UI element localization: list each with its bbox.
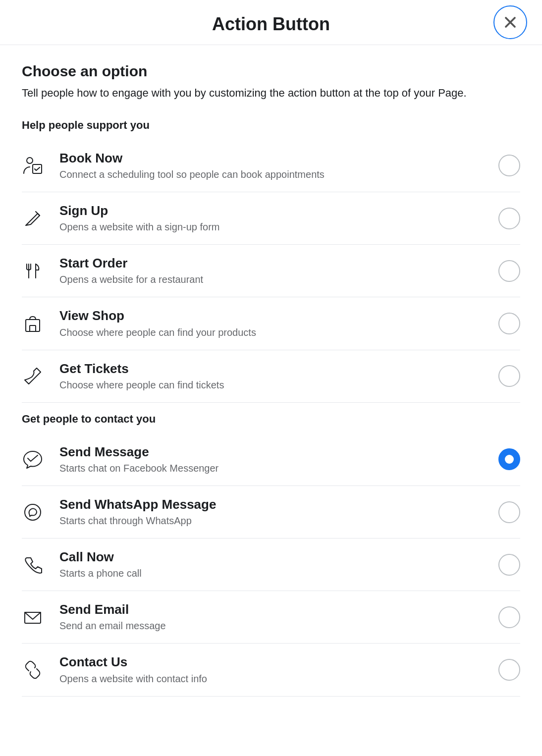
- close-button[interactable]: [493, 5, 527, 39]
- book-now-name: Book Now: [59, 151, 498, 166]
- start-order-radio[interactable]: [498, 260, 520, 282]
- start-order-text: Start Order Opens a website for a restau…: [55, 256, 498, 286]
- modal-header: Action Button: [0, 0, 542, 45]
- choose-section: Choose an option Tell people how to enga…: [22, 63, 520, 101]
- option-contact-us[interactable]: Contact Us Opens a website with contact …: [22, 644, 520, 696]
- contact-options-list: Send Message Starts chat on Facebook Mes…: [22, 433, 520, 697]
- svg-rect-10: [30, 325, 36, 331]
- whatsapp-desc: Starts chat through WhatsApp: [59, 514, 498, 527]
- send-message-icon: [22, 448, 55, 470]
- view-shop-desc: Choose where people can find your produc…: [59, 326, 498, 339]
- option-start-order[interactable]: Start Order Opens a website for a restau…: [22, 245, 520, 297]
- call-now-desc: Starts a phone call: [59, 567, 498, 580]
- call-now-text: Call Now Starts a phone call: [55, 549, 498, 580]
- send-email-desc: Send an email message: [59, 619, 498, 632]
- book-now-icon: [22, 155, 55, 176]
- option-send-email[interactable]: Send Email Send an email message: [22, 591, 520, 644]
- send-message-radio[interactable]: [498, 448, 520, 470]
- get-tickets-icon: [22, 365, 55, 387]
- sign-up-radio[interactable]: [498, 208, 520, 229]
- modal-container: Action Button Choose an option Tell peop…: [0, 0, 542, 756]
- svg-point-2: [27, 158, 33, 163]
- send-email-name: Send Email: [59, 602, 498, 617]
- option-sign-up[interactable]: Sign Up Opens a website with a sign-up f…: [22, 192, 520, 245]
- whatsapp-icon: [22, 501, 55, 523]
- book-now-text: Book Now Connect a scheduling tool so pe…: [55, 151, 498, 181]
- sign-up-desc: Opens a website with a sign-up form: [59, 220, 498, 233]
- option-whatsapp[interactable]: Send WhatsApp Message Starts chat throug…: [22, 486, 520, 539]
- contact-us-name: Contact Us: [59, 654, 498, 670]
- contact-us-desc: Opens a website with contact info: [59, 672, 498, 685]
- send-email-text: Send Email Send an email message: [55, 602, 498, 632]
- get-tickets-desc: Choose where people can find tickets: [59, 378, 498, 391]
- book-now-radio[interactable]: [498, 155, 520, 176]
- sign-up-icon: [22, 208, 55, 229]
- sign-up-name: Sign Up: [59, 203, 498, 218]
- group-contact-label: Get people to contact you: [22, 413, 520, 426]
- book-now-desc: Connect a scheduling tool so people can …: [59, 168, 498, 181]
- modal-title: Action Button: [212, 14, 330, 35]
- start-order-desc: Opens a website for a restaurant: [59, 273, 498, 286]
- svg-point-11: [25, 504, 41, 520]
- contact-us-text: Contact Us Opens a website with contact …: [55, 654, 498, 685]
- get-tickets-name: Get Tickets: [59, 361, 498, 377]
- view-shop-name: View Shop: [59, 308, 498, 324]
- contact-us-icon: [22, 659, 55, 681]
- group-contact: Get people to contact you Send Message S…: [22, 413, 520, 697]
- call-now-radio[interactable]: [498, 554, 520, 576]
- group-support-label: Help people support you: [22, 119, 520, 132]
- option-book-now[interactable]: Book Now Connect a scheduling tool so pe…: [22, 140, 520, 192]
- close-icon: [501, 13, 519, 31]
- support-options-list: Book Now Connect a scheduling tool so pe…: [22, 140, 520, 403]
- view-shop-radio[interactable]: [498, 313, 520, 334]
- view-shop-icon: [22, 313, 55, 334]
- option-view-shop[interactable]: View Shop Choose where people can find y…: [22, 297, 520, 350]
- view-shop-text: View Shop Choose where people can find y…: [55, 308, 498, 338]
- start-order-icon: [22, 260, 55, 282]
- sign-up-text: Sign Up Opens a website with a sign-up f…: [55, 203, 498, 233]
- get-tickets-radio[interactable]: [498, 365, 520, 387]
- contact-us-radio[interactable]: [498, 659, 520, 681]
- send-message-name: Send Message: [59, 444, 498, 460]
- send-email-radio[interactable]: [498, 606, 520, 628]
- send-message-desc: Starts chat on Facebook Messenger: [59, 462, 498, 475]
- group-support: Help people support you Book: [22, 119, 520, 403]
- section-description: Tell people how to engage with you by cu…: [22, 86, 520, 101]
- call-now-name: Call Now: [59, 549, 498, 565]
- section-title: Choose an option: [22, 63, 520, 80]
- whatsapp-name: Send WhatsApp Message: [59, 497, 498, 512]
- option-send-message[interactable]: Send Message Starts chat on Facebook Mes…: [22, 433, 520, 486]
- option-call-now[interactable]: Call Now Starts a phone call: [22, 539, 520, 591]
- modal-content: Choose an option Tell people how to enga…: [0, 45, 542, 718]
- send-email-icon: [22, 606, 55, 628]
- option-get-tickets[interactable]: Get Tickets Choose where people can find…: [22, 350, 520, 403]
- get-tickets-text: Get Tickets Choose where people can find…: [55, 361, 498, 391]
- whatsapp-radio[interactable]: [498, 501, 520, 523]
- call-now-icon: [22, 554, 55, 576]
- send-message-text: Send Message Starts chat on Facebook Mes…: [55, 444, 498, 475]
- whatsapp-text: Send WhatsApp Message Starts chat throug…: [55, 497, 498, 527]
- start-order-name: Start Order: [59, 256, 498, 271]
